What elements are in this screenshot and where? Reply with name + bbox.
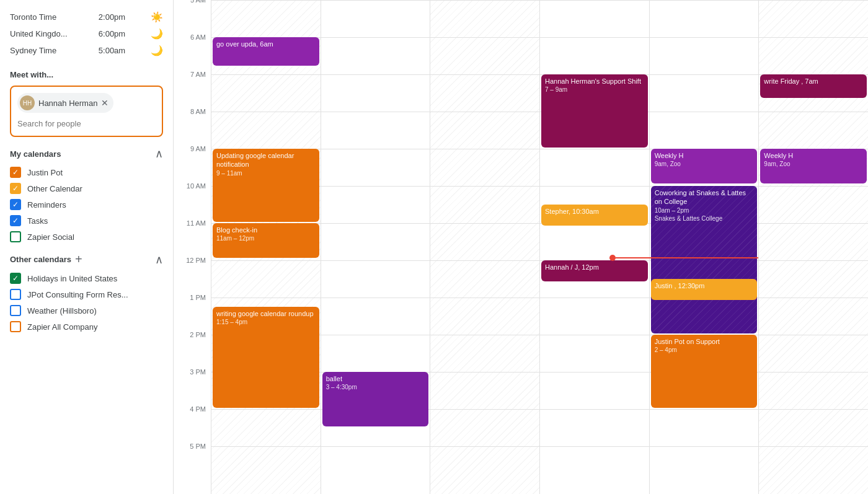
calendar-main: 5 AM 6 AM 7 AM 8 AM 9 AM 10 AM 11 AM 12 … xyxy=(174,0,868,494)
event-writing[interactable]: writing google calendar roundup 1:15 – 4… xyxy=(213,307,319,408)
cal-label-tasks: Tasks xyxy=(27,216,48,226)
time-5pm: 5 PM xyxy=(174,446,211,483)
time-8am: 8 AM xyxy=(174,112,211,149)
sidebar: Toronto Time 2:00pm ☀️ United Kingdo... … xyxy=(0,0,174,494)
time-1pm: 1 PM xyxy=(174,298,211,335)
col-monday[interactable]: go over upda, 6am Updating google calend… xyxy=(211,0,321,494)
time-5am: 5 AM xyxy=(174,0,211,37)
current-time-bar xyxy=(616,257,759,258)
cal-checkbox-justin-pot[interactable]: ✓ xyxy=(10,167,21,178)
clock-toronto: Toronto Time 2:00pm ☀️ xyxy=(10,10,163,24)
person-chip[interactable]: HH Hannah Herman ✕ xyxy=(17,93,113,113)
time-3pm: 3 PM xyxy=(174,372,211,409)
cal-checkbox-other-calendar[interactable]: ✓ xyxy=(10,183,21,194)
current-time-line xyxy=(613,255,759,261)
cal-label-reminders: Reminders xyxy=(27,200,66,210)
time-9am: 9 AM xyxy=(174,149,211,186)
my-calendars-header: My calendars ∧ xyxy=(10,147,163,161)
time-6am: 6 AM xyxy=(174,37,211,74)
grid-area: go over upda, 6am Updating google calend… xyxy=(211,0,868,494)
time-11am: 11 AM xyxy=(174,223,211,260)
event-stepher[interactable]: Stepher, 10:30am xyxy=(541,205,648,226)
cal-item-tasks[interactable]: ✓ Tasks xyxy=(10,213,163,229)
cal-checkbox-jpot[interactable] xyxy=(10,289,21,300)
cal-item-reminders[interactable]: ✓ Reminders xyxy=(10,196,163,213)
cal-checkbox-weather[interactable] xyxy=(10,305,21,316)
cal-checkbox-zapier-social[interactable] xyxy=(10,231,21,242)
world-clocks: Toronto Time 2:00pm ☀️ United Kingdo... … xyxy=(10,10,163,58)
toronto-city: Toronto Time xyxy=(10,12,78,22)
cal-checkbox-reminders[interactable]: ✓ xyxy=(10,199,21,210)
sydney-city: Sydney Time xyxy=(10,46,78,55)
event-justin-support[interactable]: Justin Pot on Support 2 – 4pm xyxy=(651,335,758,408)
my-calendars-label: My calendars xyxy=(10,149,61,159)
uk-time: 6:00pm xyxy=(99,29,125,38)
cal-item-jpot[interactable]: JPot Consulting Form Res... xyxy=(10,286,163,302)
cal-label-weather: Weather (Hillsboro) xyxy=(27,306,97,315)
cal-label-zapier-social: Zapier Social xyxy=(27,232,74,242)
event-weekly-h1[interactable]: Weekly H 9am, Zoo xyxy=(651,149,758,183)
time-labels: 5 AM 6 AM 7 AM 8 AM 9 AM 10 AM 11 AM 12 … xyxy=(174,0,211,494)
other-calendars-header: Other calendars + ∧ xyxy=(10,252,163,267)
col-saturday[interactable]: write Friday , 7am Weekly H 9am, Zoo xyxy=(759,0,868,494)
col-friday[interactable]: Weekly H 9am, Zoo Coworking at Snakes & … xyxy=(650,0,760,494)
current-time-dot xyxy=(609,255,616,261)
search-input[interactable] xyxy=(17,118,156,130)
time-10am: 10 AM xyxy=(174,186,211,223)
cal-checkbox-holidays[interactable]: ✓ xyxy=(10,273,21,284)
col-wednesday[interactable] xyxy=(430,0,540,494)
uk-city: United Kingdo... xyxy=(10,29,78,38)
chip-name: Hannah Herman xyxy=(38,99,97,108)
cal-label-zapier-all: Zapier All Company xyxy=(27,322,97,332)
cal-checkbox-zapier-all[interactable] xyxy=(10,321,21,332)
cal-item-zapier-social[interactable]: Zapier Social xyxy=(10,229,163,245)
col-tuesday[interactable]: ballet 3 – 4:30pm xyxy=(321,0,431,494)
add-calendar-button[interactable]: + xyxy=(75,252,82,267)
toronto-time: 2:00pm xyxy=(99,12,125,22)
event-hannah-support[interactable]: Hannah Herman's Support Shift 7 – 9am xyxy=(541,74,648,148)
close-icon[interactable]: ✕ xyxy=(101,98,108,108)
cal-item-holidays[interactable]: ✓ Holidays in United States xyxy=(10,270,163,286)
sydney-time: 5:00am xyxy=(99,46,125,55)
time-12pm: 12 PM xyxy=(174,260,211,298)
event-updating[interactable]: Updating google calendar notification 9 … xyxy=(213,149,319,222)
my-calendars-toggle[interactable]: ∧ xyxy=(155,147,163,161)
cal-item-justin-pot[interactable]: ✓ Justin Pot xyxy=(10,164,163,180)
cal-item-zapier-all[interactable]: Zapier All Company xyxy=(10,319,163,335)
toronto-icon: ☀️ xyxy=(151,11,163,23)
clock-sydney: Sydney Time 5:00am 🌙 xyxy=(10,43,163,58)
cal-label-other-calendar: Other Calendar xyxy=(27,184,82,193)
event-write-friday[interactable]: write Friday , 7am xyxy=(760,74,867,98)
event-blog-checkin[interactable]: Blog check-in 11am – 12pm xyxy=(213,223,319,258)
meet-with-label: Meet with... xyxy=(10,70,163,79)
other-calendars-toggle[interactable]: ∧ xyxy=(155,253,163,267)
other-cals-left: Other calendars + xyxy=(10,252,82,267)
time-7am: 7 AM xyxy=(174,74,211,112)
event-weekly-h2[interactable]: Weekly H 9am, Zoo xyxy=(760,149,867,183)
cal-label-jpot: JPot Consulting Form Res... xyxy=(27,290,128,299)
other-calendars-label: Other calendars xyxy=(10,255,71,264)
cal-label-justin-pot: Justin Pot xyxy=(27,168,63,177)
clock-uk: United Kingdo... 6:00pm 🌙 xyxy=(10,27,163,41)
cal-label-holidays: Holidays in United States xyxy=(27,274,117,283)
time-4pm: 4 PM xyxy=(174,409,211,446)
avatar: HH xyxy=(20,95,35,110)
event-justin-1230[interactable]: Justin , 12:30pm xyxy=(651,279,758,300)
meet-with-box: HH Hannah Herman ✕ xyxy=(10,86,163,137)
event-ballet[interactable]: ballet 3 – 4:30pm xyxy=(322,372,429,426)
uk-icon: 🌙 xyxy=(151,28,163,40)
event-go-over[interactable]: go over upda, 6am xyxy=(213,37,319,66)
time-grid: 5 AM 6 AM 7 AM 8 AM 9 AM 10 AM 11 AM 12 … xyxy=(174,0,868,494)
time-2pm: 2 PM xyxy=(174,335,211,372)
cal-checkbox-tasks[interactable]: ✓ xyxy=(10,215,21,226)
col-thursday[interactable]: Hannah Herman's Support Shift 7 – 9am St… xyxy=(540,0,650,494)
cal-item-weather[interactable]: Weather (Hillsboro) xyxy=(10,302,163,319)
cal-item-other-calendar[interactable]: ✓ Other Calendar xyxy=(10,180,163,196)
sydney-icon: 🌙 xyxy=(151,45,163,56)
event-hannah-j[interactable]: Hannah / J, 12pm xyxy=(541,260,648,281)
